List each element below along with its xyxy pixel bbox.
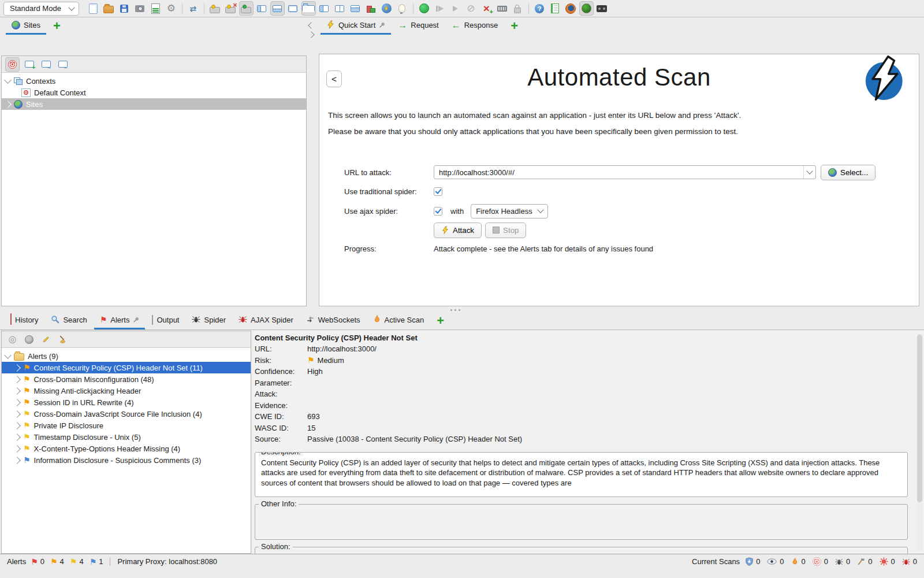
expand-icon[interactable] [4,101,12,108]
options-gear-icon[interactable]: ⚙ [164,1,178,16]
hints-lightbulb-icon[interactable] [395,1,409,16]
add-tab-button[interactable]: + [431,312,450,329]
tab-websockets[interactable]: WebSockets [300,312,366,329]
expand-icon[interactable] [13,376,21,383]
scrollbar-thumb[interactable] [917,335,922,502]
tab-sites[interactable]: Sites [6,17,46,35]
session-properties-icon[interactable] [148,1,163,16]
splitter-handle[interactable] [450,309,460,311]
break-add-icon[interactable]: ×+ [479,1,494,16]
layout-wide-bottom-icon[interactable] [348,1,363,16]
browser-select[interactable]: Firefox Headless [471,204,548,218]
help-icon[interactable]: ? [532,1,547,16]
check-updates-icon[interactable] [379,1,394,16]
swap-panes-icon[interactable]: ⇄ [186,1,200,16]
alerts-root-item[interactable]: Alerts (9) [2,350,251,362]
detail-scrollbar[interactable] [916,334,923,551]
tree-item-default-context[interactable]: Default Context [2,87,306,98]
tab-scroll-left-icon[interactable] [308,22,314,28]
add-tab-button[interactable]: + [505,17,524,35]
keyboard-icon[interactable] [495,1,509,16]
alert-tree-item[interactable]: ⚑Cross-Domain Misconfiguration (48) [2,373,251,385]
edit-alert-button[interactable] [39,332,53,347]
scope-target-gray-button[interactable]: ◎ [5,332,20,347]
open-session-icon[interactable] [102,1,116,16]
expand-icon[interactable] [13,433,21,441]
detail-row: Attack: [255,388,908,400]
horizontal-splitter[interactable] [0,307,924,312]
stop-button[interactable]: Stop [485,223,526,238]
add-tab-button[interactable]: + [47,17,66,35]
export-context-button[interactable] [55,57,70,72]
alert-tree-item[interactable]: ⚑Cross-Domain JavaScript Source File Inc… [2,408,251,420]
tab-scroll-right-icon[interactable] [308,31,314,38]
alert-tree-item[interactable]: ⚑Timestamp Disclosure - Unix (5) [2,431,251,443]
traditional-spider-checkbox[interactable] [434,187,442,196]
layout-bottom-panel-icon[interactable] [270,1,285,16]
layout-maximize-icon[interactable] [286,1,300,16]
step-icon[interactable] [433,1,447,16]
expand-icon[interactable] [13,422,21,429]
alert-tree-item[interactable]: ⚑Private IP Disclosure [2,420,251,431]
other-info-box[interactable]: Other Info: [255,504,908,540]
collapse-icon[interactable] [4,76,12,84]
select-button[interactable]: Select... [821,165,875,180]
whats-new-icon[interactable] [548,1,562,16]
hide-fields-icon[interactable] [223,1,238,16]
clear-alerts-button[interactable] [55,332,70,347]
alert-tree-item[interactable]: ⚑Information Disclosure - Suspicious Com… [2,454,251,466]
expand-icon[interactable] [13,445,21,453]
firefox-browser-icon[interactable] [564,1,578,16]
scope-target-button[interactable] [5,57,20,72]
persist-session-icon[interactable] [117,1,132,16]
mode-select[interactable]: Standard Mode [3,2,79,16]
record-icon[interactable] [417,1,431,16]
tab-spider[interactable]: Spider [186,312,232,329]
continue-icon[interactable] [448,1,463,16]
tab-response[interactable]: ←Response [446,17,504,35]
url-to-attack-input[interactable]: http://localhost:3000/#/ [434,165,816,179]
manage-addons-icon[interactable] [364,1,378,16]
record-cassette-icon[interactable] [595,1,609,16]
alert-tree-item[interactable]: ⚑Session ID in URL Rewrite (4) [2,397,251,408]
layout-columns-icon[interactable] [333,1,347,16]
tree-item-contexts[interactable]: Contexts [2,75,306,87]
expand-icon[interactable] [13,387,21,395]
tab-quick-start[interactable]: Quick Start [321,17,391,35]
snapshot-session-icon[interactable] [133,1,147,16]
layout-left-panel-icon[interactable] [255,1,269,16]
ajax-spider-checkbox[interactable] [434,207,442,216]
expand-icon[interactable] [13,364,21,372]
show-fields-icon[interactable] [208,1,222,16]
expand-icon[interactable] [13,399,21,406]
solution-box[interactable]: Solution: [255,547,908,554]
tab-history[interactable]: History [5,312,44,329]
lock-icon[interactable] [511,1,525,16]
alert-tree-item[interactable]: ⚑Missing Anti-clickjacking Header [2,385,251,397]
expand-icon[interactable] [13,410,21,418]
tab-ajax-spider[interactable]: AJAX Spider [233,312,299,329]
attack-button[interactable]: Attack [434,223,482,238]
hud-icon[interactable] [579,1,594,16]
tab-names-icon[interactable] [301,1,316,16]
description-box[interactable]: Description: Content Security Policy (CS… [255,452,908,497]
tab-active-scan[interactable]: Active Scan [367,312,430,329]
new-session-icon[interactable] [86,1,100,16]
toggle-toolbar-icon[interactable] [239,1,254,16]
proxy-label: Primary Proxy: localhost:8080 [117,557,217,566]
layout-split-left-icon[interactable] [317,1,331,16]
tab-output[interactable]: Output [146,312,185,329]
alert-tree-item[interactable]: ⚑Content Security Policy (CSP) Header No… [2,362,251,373]
expand-icon[interactable] [13,457,21,464]
scope-globe-gray-button[interactable] [22,332,36,347]
tab-request[interactable]: →Request [392,17,444,35]
url-dropdown-button[interactable] [803,166,815,179]
collapse-icon[interactable] [4,351,12,359]
alert-tree-item[interactable]: ⚑X-Content-Type-Options Header Missing (… [2,443,251,454]
tab-alerts[interactable]: ⚑Alerts [94,312,146,329]
tab-search[interactable]: Search [45,312,92,329]
tree-item-sites[interactable]: Sites [2,98,306,110]
new-context-button[interactable] [22,57,36,72]
break-off-icon[interactable]: ⊘ [464,1,478,16]
import-context-button[interactable] [39,57,53,72]
